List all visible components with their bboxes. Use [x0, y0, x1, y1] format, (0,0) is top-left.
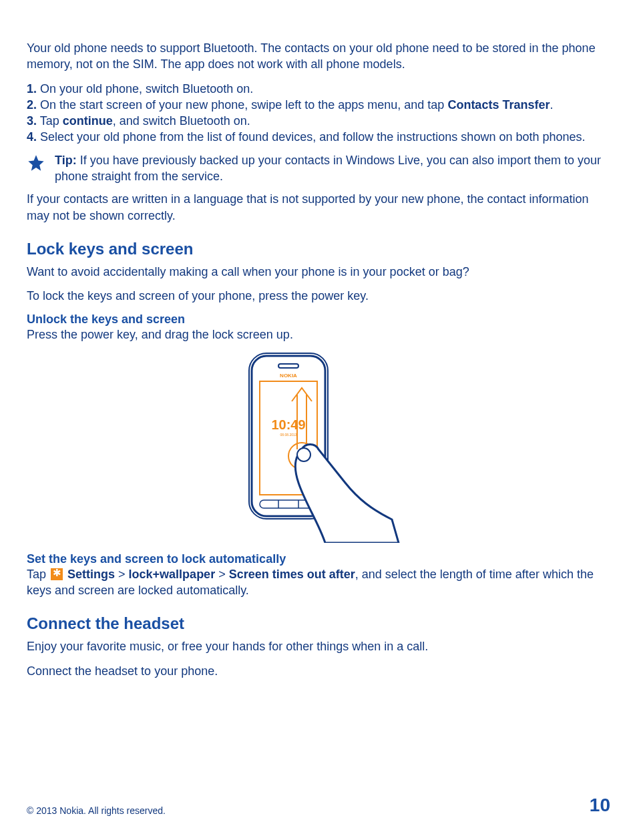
tip-label: Tip: [55, 154, 77, 167]
steps-list: 1. On your old phone, switch Bluetooth o… [27, 81, 610, 146]
step-1: 1. On your old phone, switch Bluetooth o… [27, 81, 610, 97]
sep: > [215, 568, 229, 581]
autolock-text: Tap Settings > lock+wallpaper > Screen t… [27, 566, 610, 599]
headset-p2: Connect the headset to your phone. [27, 663, 610, 679]
autolock-settings: Settings [67, 568, 115, 581]
step-text: Select your old phone from the list of f… [37, 130, 586, 144]
tip-body: If you have previously backed up your co… [55, 154, 601, 183]
copyright-text: © 2013 Nokia. All rights reserved. [27, 805, 166, 816]
lock-p2: To lock the keys and screen of your phon… [27, 288, 610, 304]
lockscreen-time: 10:49 [271, 417, 305, 432]
phone-swipe-illustration: NOKIA 10:49 08.08.2013 [225, 349, 412, 543]
step-text-pre: On the start screen of your new phone, s… [37, 98, 447, 112]
heading-connect-headset: Connect the headset [27, 614, 610, 633]
step-number: 3. [27, 114, 37, 128]
step-bold: continue [63, 114, 113, 128]
step-text: On your old phone, switch Bluetooth on. [37, 82, 253, 95]
headset-p1: Enjoy your favorite music, or free your … [27, 638, 610, 654]
settings-icon [51, 568, 63, 580]
step-text-pre: Tap [37, 114, 63, 128]
autolock-pre: Tap [27, 568, 49, 581]
step-number: 1. [27, 82, 37, 95]
svg-point-12 [297, 448, 310, 461]
step-2: 2. On the start screen of your new phone… [27, 97, 610, 113]
step-number: 2. [27, 98, 37, 112]
svg-text:08.08.2013: 08.08.2013 [280, 433, 296, 437]
manual-page: Your old phone needs to support Bluetoot… [0, 0, 637, 840]
svg-text:NOKIA: NOKIA [280, 373, 297, 379]
intro-paragraph: Your old phone needs to support Bluetoot… [27, 40, 610, 73]
svg-rect-2 [278, 364, 298, 368]
step-bold: Contacts Transfer [447, 98, 550, 112]
star-icon [27, 154, 45, 172]
lock-p1: Want to avoid accidentally making a call… [27, 264, 610, 280]
page-number: 10 [590, 795, 610, 816]
autolock-lockwp: lock+wallpaper [129, 568, 216, 581]
sep: > [115, 568, 129, 581]
tip-block: Tip: If you have previously backed up yo… [27, 152, 610, 185]
step-3: 3. Tap continue, and switch Bluetooth on… [27, 113, 610, 129]
language-note: If your contacts are written in a langua… [27, 191, 610, 224]
heading-lock-keys: Lock keys and screen [27, 240, 610, 258]
page-footer: © 2013 Nokia. All rights reserved. 10 [27, 795, 610, 816]
unlock-text: Press the power key, and drag the lock s… [27, 327, 610, 343]
tip-text: Tip: If you have previously backed up yo… [55, 152, 610, 185]
subheading-unlock: Unlock the keys and screen [27, 312, 610, 327]
step-4: 4. Select your old phone from the list o… [27, 129, 610, 145]
step-text-post: . [550, 98, 553, 112]
step-text-post: , and switch Bluetooth on. [113, 114, 250, 128]
subheading-autolock: Set the keys and screen to lock automati… [27, 552, 610, 566]
step-number: 4. [27, 130, 37, 144]
autolock-screen: Screen times out after [229, 568, 355, 581]
